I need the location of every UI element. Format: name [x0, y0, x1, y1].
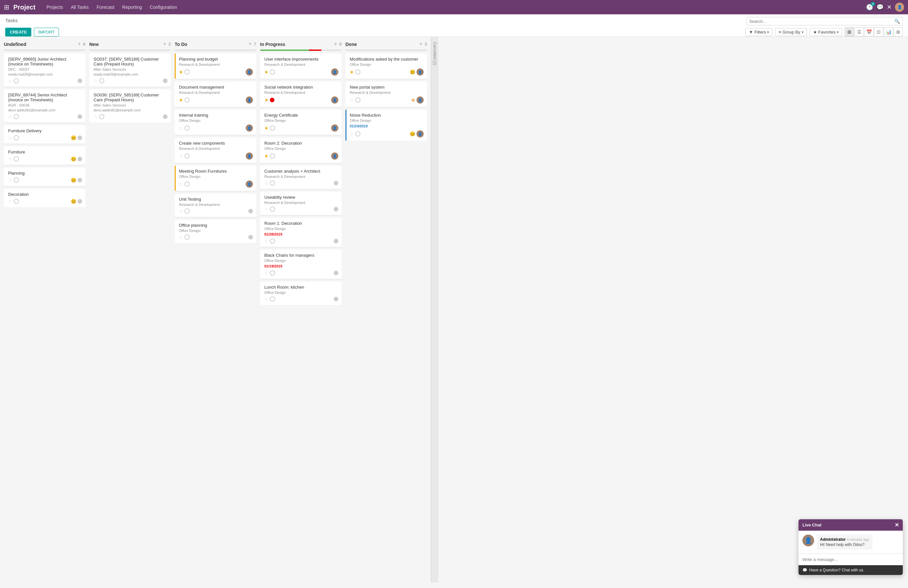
card-star[interactable]: ☆	[8, 199, 12, 204]
card-star[interactable]: ☆	[264, 207, 269, 212]
card-star[interactable]: ☆	[179, 153, 183, 159]
task-card[interactable]: Modifications asked by the customer Offi…	[346, 53, 427, 79]
card-avatar: 👤	[331, 68, 338, 76]
import-button[interactable]: IMPORT	[34, 28, 59, 37]
kanban-state-icon[interactable]: 😊	[71, 199, 76, 204]
grid-icon[interactable]: ⊞	[4, 3, 10, 11]
task-card[interactable]: User interface improvements Research & D…	[260, 53, 341, 79]
group-by-button[interactable]: ≡ Group By ▾	[775, 28, 807, 36]
chat-footer[interactable]: 💬 Have a Question? Chat with us.	[799, 565, 903, 575]
col-add-button[interactable]: +	[163, 41, 167, 48]
task-card[interactable]: SO037: [SERV_585189] Customer Care (Prep…	[89, 53, 171, 87]
grid-view-icon[interactable]: ⊞	[894, 27, 903, 37]
card-star[interactable]: ☆	[93, 114, 98, 119]
card-star[interactable]: ★	[264, 153, 269, 159]
card-no-avatar	[163, 114, 167, 119]
task-card[interactable]: Useablity review Research & Development …	[260, 191, 341, 215]
card-title: Noise Reduction	[350, 113, 424, 117]
card-footer: ☆	[179, 235, 253, 240]
card-star[interactable]: ☆	[264, 238, 269, 244]
task-card[interactable]: [SERV_89665] Junior Architect (Invoice o…	[4, 53, 85, 87]
favorites-button[interactable]: ★ Favorites ▾	[810, 28, 842, 36]
card-project: Research & Development	[264, 201, 338, 204]
card-star[interactable]: ☆	[264, 270, 269, 276]
calendar-view-icon[interactable]: 📅	[865, 27, 873, 37]
search-icon[interactable]: 🔍	[894, 19, 900, 24]
create-button[interactable]: CREATE	[5, 28, 31, 37]
filters-button[interactable]: ▼ Filters ▾	[745, 28, 773, 36]
col-add-button[interactable]: +	[419, 41, 423, 48]
task-card[interactable]: Create new components Research & Develop…	[175, 138, 256, 163]
nav-reporting[interactable]: Reporting	[119, 3, 145, 12]
cancelled-column[interactable]: Cancelled (1)	[431, 37, 438, 582]
task-card[interactable]: Meeting Room Furnitures Office Design ☆ …	[175, 165, 256, 191]
task-card[interactable]: Planning and budget Research & Developme…	[175, 53, 256, 79]
task-card[interactable]: Office planning Office Design ☆	[175, 220, 256, 243]
task-card[interactable]: Room 1: Decoration Office Design 01/28/2…	[260, 218, 341, 247]
card-star[interactable]: ☆	[264, 296, 269, 302]
close-icon[interactable]: ✕	[887, 3, 892, 11]
notification-icon[interactable]: 🕐8	[866, 3, 873, 11]
task-card[interactable]: SO036: [SERV_585189] Customer Care (Prep…	[89, 89, 171, 122]
card-star[interactable]: ☆	[179, 235, 183, 240]
nav-configuration[interactable]: Configuration	[147, 3, 180, 12]
card-star[interactable]: ☆	[8, 78, 12, 84]
status-circle	[14, 178, 19, 183]
task-card[interactable]: Customer analysis + Architect Research &…	[260, 165, 341, 189]
col-add-button[interactable]: +	[77, 41, 81, 48]
task-card[interactable]: Room 2: Decoration Office Design ★ 👤	[260, 138, 341, 163]
card-star[interactable]: ★	[264, 69, 269, 75]
col-add-button[interactable]: +	[334, 41, 337, 48]
card-star[interactable]: ☆	[179, 209, 183, 214]
kanban-state-icon[interactable]: 😊	[410, 131, 415, 137]
search-input[interactable]	[749, 19, 894, 24]
chat-input[interactable]	[799, 553, 903, 565]
card-no-avatar	[334, 297, 338, 301]
task-card[interactable]: Unit Testing Research & Development ☆	[175, 193, 256, 217]
card-star[interactable]: ☆	[179, 182, 183, 187]
task-card[interactable]: Planning ☆ 😊	[4, 167, 85, 186]
card-star[interactable]: ☆	[350, 97, 354, 103]
card-star[interactable]: ★	[179, 97, 183, 103]
card-star[interactable]: ☆	[93, 78, 98, 84]
pivot-view-icon[interactable]: ⊡	[874, 27, 883, 37]
graph-view-icon[interactable]: 📊	[884, 27, 893, 37]
task-card[interactable]: Internal training Office Design ☆ 👤	[175, 109, 256, 135]
kanban-state-icon[interactable]: 😊	[410, 69, 415, 75]
card-star[interactable]: ★	[350, 69, 354, 75]
kanban-state-icon[interactable]: 😊	[71, 156, 76, 162]
card-star[interactable]: ★	[179, 69, 183, 75]
card-star[interactable]: ☆	[350, 131, 354, 137]
task-card[interactable]: Black Chairs for managers Office Design …	[260, 249, 341, 279]
card-star[interactable]: ★	[264, 125, 269, 131]
chat-icon[interactable]: 💬	[876, 3, 884, 11]
col-add-button[interactable]: +	[248, 41, 252, 48]
card-star[interactable]: ☆	[179, 125, 183, 131]
nav-projects[interactable]: Projects	[43, 3, 66, 12]
nav-forecast[interactable]: Forecast	[93, 3, 118, 12]
task-card[interactable]: Lunch Room: kitchen Office Design ☆	[260, 281, 341, 305]
user-avatar[interactable]: 👤	[895, 3, 904, 12]
card-star[interactable]: ☆	[8, 114, 12, 119]
task-card[interactable]: Furniture ☆ 😊	[4, 146, 85, 165]
card-star[interactable]: ☆	[264, 180, 269, 186]
kanban-view-icon[interactable]: ⊞	[845, 27, 854, 37]
task-card[interactable]: Energy Certificate Office Design ★ 👤	[260, 109, 341, 135]
task-card[interactable]: Noise Reduction Office Design 01/24/2019…	[346, 109, 427, 141]
kanban-state-icon[interactable]: 😊	[71, 178, 76, 183]
card-star[interactable]: ★	[264, 97, 269, 103]
chat-close-button[interactable]: ✕	[895, 522, 899, 528]
task-card[interactable]: Social network integration Research & De…	[260, 82, 341, 107]
nav-all-tasks[interactable]: All Tasks	[68, 3, 92, 12]
task-card[interactable]: Decoration ☆ 😊	[4, 189, 85, 207]
kanban-state-icon[interactable]: 😊	[71, 135, 76, 140]
task-card[interactable]: Document management Research & Developme…	[175, 82, 256, 107]
card-star[interactable]: ☆	[8, 156, 12, 162]
task-card[interactable]: [SERV_89744] Senior Architect (Invoice o…	[4, 89, 85, 122]
task-card[interactable]: New portal system Research & Development…	[346, 82, 427, 107]
card-star[interactable]: ☆	[8, 135, 12, 140]
card-star[interactable]: ☆	[8, 178, 12, 183]
task-card[interactable]: Furniture Delivery ☆ 😊	[4, 125, 85, 144]
list-view-icon[interactable]: ☰	[855, 27, 864, 37]
card-date: 01/24/2019	[350, 124, 368, 128]
